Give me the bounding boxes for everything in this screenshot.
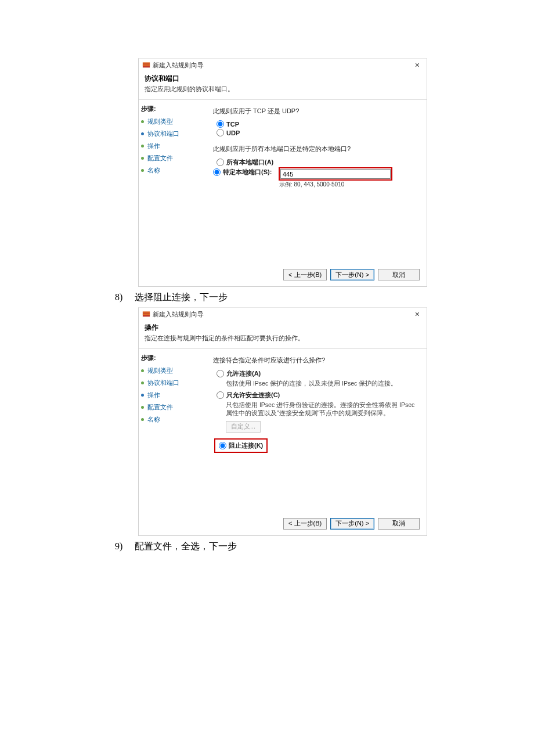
radio-specific-ports[interactable] <box>213 168 221 176</box>
sidebar-item-profile[interactable]: 配置文件 <box>140 152 205 164</box>
dialog-footer: < 上一步(B) 下一步(N) > 取消 <box>139 513 427 535</box>
page-title: 协议和端口 <box>145 74 421 84</box>
steps-label: 步骤: <box>141 354 205 362</box>
sidebar-item-rule-type[interactable]: 规则类型 <box>140 365 205 377</box>
cancel-button[interactable]: 取消 <box>378 269 420 280</box>
svg-rect-1 <box>143 63 150 64</box>
secure-desc: 只包括使用 IPsec 进行身份验证的连接。连接的安全性将依照 IPsec 属性… <box>226 401 418 417</box>
radio-secure[interactable] <box>217 391 224 399</box>
radio-all-ports-row: 所有本地端口(A) <box>217 158 418 167</box>
close-icon[interactable]: × <box>410 60 424 70</box>
header-block: 操作 指定在连接与规则中指定的条件相匹配时要执行的操作。 <box>139 321 427 349</box>
page-title: 操作 <box>145 323 421 333</box>
radio-allow[interactable] <box>217 370 224 377</box>
port-highlight <box>279 168 392 180</box>
svg-rect-5 <box>143 314 150 315</box>
firewall-icon <box>142 310 150 318</box>
main-panel: 连接符合指定条件时应该进行什么操作? 允许连接(A) 包括使用 IPsec 保护… <box>207 349 427 513</box>
page-subtitle: 指定在连接与规则中指定的条件相匹配时要执行的操作。 <box>145 334 421 343</box>
window-title: 新建入站规则向导 <box>153 61 204 70</box>
cancel-button[interactable]: 取消 <box>378 518 420 530</box>
radio-udp[interactable] <box>217 129 224 136</box>
question-action: 连接符合指定条件时应该进行什么操作? <box>213 356 418 365</box>
radio-tcp[interactable] <box>217 120 224 128</box>
wizard-sidebar: 步骤: 规则类型 协议和端口 操作 配置文件 名称 <box>139 349 207 513</box>
dialog-footer: < 上一步(B) 下一步(N) > 取消 <box>139 264 427 286</box>
sidebar-item-label: 规则类型 <box>147 117 173 126</box>
titlebar: 新建入站规则向导 × <box>139 59 427 71</box>
radio-tcp-row: TCP <box>217 120 418 128</box>
wizard-sidebar: 步骤: 规则类型 协议和端口 操作 配置文件 名称 <box>139 100 207 264</box>
next-button[interactable]: 下一步(N) > <box>330 269 374 280</box>
radio-secure-label[interactable]: 只允许安全连接(C) <box>226 391 280 399</box>
sidebar-item-name[interactable]: 名称 <box>140 413 205 426</box>
caption-text: 配置文件，全选，下一步 <box>135 541 237 551</box>
sidebar-item-label: 操作 <box>147 391 160 399</box>
customize-button: 自定义... <box>226 421 261 433</box>
svg-rect-2 <box>143 64 150 66</box>
page-subtitle: 指定应用此规则的协议和端口。 <box>145 85 421 93</box>
caption-8: 8) 选择阻止连接，下一步 <box>0 287 534 307</box>
close-icon[interactable]: × <box>410 309 424 319</box>
sidebar-item-protocol-port[interactable]: 协议和端口 <box>140 128 205 140</box>
sidebar-item-label: 名称 <box>147 166 160 175</box>
wizard-dialog-protocol: 新建入站规则向导 × 协议和端口 指定应用此规则的协议和端口。 步骤: 规则类型… <box>138 58 427 287</box>
radio-block-label[interactable]: 阻止连接(K) <box>229 441 263 450</box>
port-hint: 示例: 80, 443, 5000-5010 <box>279 181 392 189</box>
radio-specific-ports-label[interactable]: 特定本地端口(S): <box>223 168 272 177</box>
sidebar-item-label: 配置文件 <box>147 154 173 163</box>
next-button[interactable]: 下一步(N) > <box>330 518 374 530</box>
sidebar-item-label: 规则类型 <box>147 366 173 375</box>
firewall-icon <box>142 61 150 69</box>
sidebar-item-rule-type[interactable]: 规则类型 <box>140 116 205 128</box>
sidebar-item-label: 协议和端口 <box>147 129 179 138</box>
steps-label: 步骤: <box>141 105 205 113</box>
svg-rect-4 <box>143 312 150 313</box>
sidebar-item-profile[interactable]: 配置文件 <box>140 401 205 413</box>
caption-9: 9) 配置文件，全选，下一步 <box>0 536 534 556</box>
allow-desc: 包括使用 IPsec 保护的连接，以及未使用 IPsec 保护的连接。 <box>226 379 418 387</box>
radio-udp-row: UDP <box>217 129 418 136</box>
radio-all-ports-label[interactable]: 所有本地端口(A) <box>226 158 273 167</box>
block-highlight: 阻止连接(K) <box>214 438 268 453</box>
back-button[interactable]: < 上一步(B) <box>283 518 327 530</box>
wizard-dialog-action: 新建入站规则向导 × 操作 指定在连接与规则中指定的条件相匹配时要执行的操作。 … <box>138 307 427 536</box>
caption-number: 9) <box>115 541 132 552</box>
caption-text: 选择阻止连接，下一步 <box>135 292 228 302</box>
main-panel: 此规则应用于 TCP 还是 UDP? TCP UDP 此规则应用于所有本地端口还… <box>207 100 427 264</box>
radio-block[interactable] <box>219 442 226 449</box>
sidebar-item-action[interactable]: 操作 <box>140 140 205 152</box>
sidebar-item-label: 协议和端口 <box>147 379 179 387</box>
specific-port-input[interactable] <box>280 169 391 179</box>
sidebar-item-label: 名称 <box>147 415 160 424</box>
sidebar-item-protocol-port[interactable]: 协议和端口 <box>140 377 205 389</box>
caption-number: 8) <box>115 292 132 303</box>
titlebar: 新建入站规则向导 × <box>139 308 427 321</box>
sidebar-item-name[interactable]: 名称 <box>140 164 205 177</box>
question-protocol: 此规则应用于 TCP 还是 UDP? <box>213 107 418 116</box>
sidebar-item-label: 操作 <box>147 142 160 150</box>
window-title: 新建入站规则向导 <box>153 310 204 319</box>
radio-allow-label[interactable]: 允许连接(A) <box>226 369 261 378</box>
header-block: 协议和端口 指定应用此规则的协议和端口。 <box>139 71 427 100</box>
sidebar-item-action[interactable]: 操作 <box>140 389 205 401</box>
radio-udp-label[interactable]: UDP <box>226 129 240 136</box>
radio-tcp-label[interactable]: TCP <box>226 121 239 128</box>
back-button[interactable]: < 上一步(B) <box>283 269 327 280</box>
sidebar-item-label: 配置文件 <box>147 403 173 412</box>
radio-all-ports[interactable] <box>217 159 224 166</box>
question-ports: 此规则应用于所有本地端口还是特定的本地端口? <box>213 145 418 153</box>
